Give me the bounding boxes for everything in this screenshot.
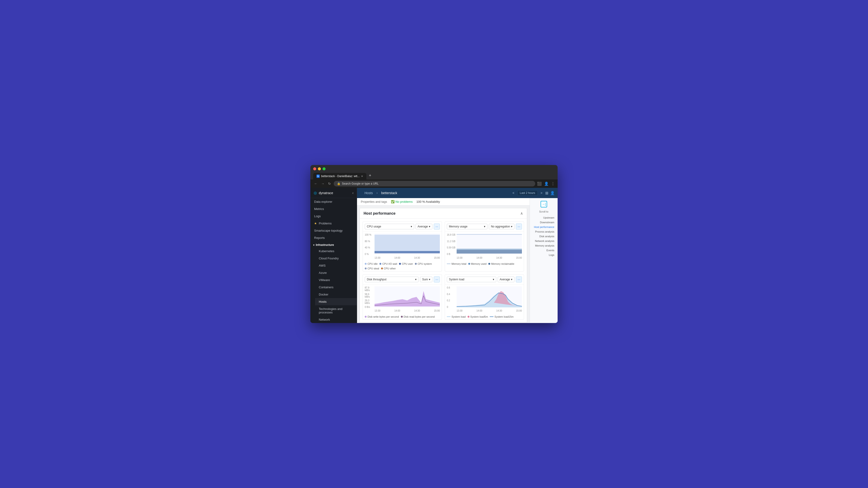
maximize-traffic-light[interactable] (322, 167, 326, 170)
memory-metric-chevron: ▾ (484, 225, 485, 228)
sysload-color (447, 317, 451, 317)
time-range-selector[interactable]: Last 2 hours (517, 190, 538, 196)
disk-agg-chevron: ▾ (429, 278, 430, 281)
sidebar-back-button[interactable]: ‹ (352, 191, 353, 195)
star-icon: ★ (314, 222, 317, 225)
properties-tags-tab[interactable]: Properties and tags (361, 200, 387, 203)
sysload15m-label: System load15m (494, 315, 514, 318)
memory-more-button[interactable]: ··· (516, 224, 522, 230)
refresh-button[interactable]: ↻ (327, 181, 332, 186)
cpu-more-button[interactable]: ··· (434, 224, 440, 230)
scroll-link-disk-analysis[interactable]: Disk analysis (532, 234, 556, 239)
scroll-link-host-performance[interactable]: Host performance (532, 225, 556, 229)
azure-label: Azure (319, 271, 327, 274)
disk-more-button[interactable]: ··· (434, 276, 440, 283)
svg-marker-4 (457, 249, 522, 250)
scroll-link-network-analysis[interactable]: Network analysis (532, 239, 556, 243)
scroll-link-upstream[interactable]: Upstream (532, 215, 556, 220)
sidebar-item-cloud-foundry[interactable]: Cloud Foundry (315, 255, 357, 262)
memory-aggregation-select[interactable]: No aggregation ▾ (489, 224, 515, 229)
disk-read-color (401, 316, 403, 318)
host-performance-nav-label: Host performance (534, 226, 554, 228)
cpu-aggregation-select[interactable]: Average ▾ (415, 224, 432, 229)
top-navigation: Hosts › betterstack < Last 2 hours > ⊞ 👤 (357, 188, 558, 198)
memory-x1: 13:30 (457, 257, 462, 259)
sidebar-item-vmware[interactable]: VMware (315, 276, 357, 284)
scroll-link-memory-analysis[interactable]: Memory analysis (532, 243, 556, 248)
cpu-y3: 80 % (365, 240, 374, 242)
sidebar-item-network[interactable]: Network (315, 316, 357, 323)
extensions-icon[interactable]: ⬛ (537, 182, 542, 186)
sidebar-item-problems[interactable]: ★ Problems (310, 220, 357, 227)
minimize-traffic-light[interactable] (318, 167, 321, 170)
profile-icon[interactable]: 👤 (544, 182, 549, 186)
new-tab-button[interactable]: + (367, 172, 373, 179)
sidebar-section-infrastructure[interactable]: ▾ Infrastructure (310, 241, 357, 248)
cpu-idle-color (365, 263, 367, 265)
forward-button[interactable]: → (320, 181, 325, 186)
sidebar-item-kubernetes[interactable]: Kubernetes (315, 248, 357, 255)
breadcrumb-hosts[interactable]: Hosts (361, 188, 377, 198)
sidebar-item-containers[interactable]: Containers (315, 284, 357, 291)
browser-window: b betterstack - DanielBalaz: wtt... ✕ + … (310, 165, 558, 323)
scroll-link-process-analysis[interactable]: Process analysis (532, 229, 556, 234)
sidebar-item-smartscape[interactable]: Smartscape topology (310, 227, 357, 234)
disk-x-labels: 13:30 14:00 14:30 15:00 (375, 310, 440, 312)
scroll-to-icon[interactable]: →| (540, 201, 547, 207)
scroll-link-logs[interactable]: Logs (532, 253, 556, 257)
sysload-y2: 0.2 (447, 299, 456, 302)
disk-x3: 14:30 (414, 310, 420, 312)
sidebar: ◎ dynatrace ‹ Data explorer Metrics Logs… (310, 188, 357, 323)
cpu-idle-legend: CPU idle (365, 262, 378, 265)
cpu-chart-toolbar: CPU usage ▾ Average ▾ ··· (363, 222, 442, 232)
cpu-y2: 40 % (365, 246, 374, 249)
sidebar-item-aws[interactable]: AWS (315, 262, 357, 269)
vmware-label: VMware (319, 278, 330, 282)
right-panel: →| Scroll to Upstream Downstream Host pe… (530, 198, 558, 323)
cpu-metric-label: CPU usage (367, 225, 381, 228)
disk-read-legend: Disk read bytes per second (401, 315, 435, 318)
sidebar-item-data-explorer[interactable]: Data explorer (310, 198, 357, 205)
sidebar-item-docker[interactable]: Docker (315, 291, 357, 298)
disk-metric-chevron: ▾ (415, 278, 416, 281)
sidebar-item-logs[interactable]: Logs (310, 213, 357, 220)
url-bar[interactable]: 🔒 Search Google or type a URL (334, 181, 535, 187)
cpu-user-color (399, 263, 401, 265)
sidebar-item-azure[interactable]: Azure (315, 269, 357, 276)
sidebar-item-hosts[interactable]: Hosts (315, 298, 357, 305)
sidebar-item-reports[interactable]: Reports (310, 234, 357, 241)
sysload-chart-toolbar: System load ▾ Average ▾ ··· (445, 274, 524, 285)
layout-icon[interactable]: ⊞ (545, 191, 548, 195)
active-tab[interactable]: b betterstack - DanielBalaz: wtt... ✕ (313, 173, 366, 180)
no-problems-label: No problems (396, 200, 413, 203)
sysload5m-legend: System load5m (468, 315, 488, 318)
toolbar-icons: ⬛ 👤 ⋮ (537, 182, 555, 186)
host-performance-collapse-button[interactable]: ∧ (520, 211, 523, 216)
user-icon[interactable]: 👤 (550, 191, 555, 195)
memory-total-color (447, 264, 451, 264)
time-range-label: Last 2 hours (520, 191, 535, 195)
sysload-x3: 14:30 (496, 310, 502, 312)
sysload-metric-select[interactable]: System load ▾ (447, 276, 496, 282)
scroll-link-events[interactable]: Events (532, 248, 556, 253)
memory-metric-select[interactable]: Memory usage ▾ (447, 224, 487, 229)
time-prev-button[interactable]: < (512, 191, 516, 195)
cpu-metric-select[interactable]: CPU usage ▾ (365, 224, 414, 229)
docker-label: Docker (319, 293, 328, 296)
sysload-more-button[interactable]: ··· (516, 276, 522, 283)
check-icon: ✅ (391, 200, 395, 203)
disk-aggregation-select[interactable]: Sum ▾ (420, 276, 432, 282)
sysload-aggregation-select[interactable]: Average ▾ (498, 276, 515, 282)
back-button[interactable]: ← (313, 181, 318, 186)
scroll-link-downstream[interactable]: Downstream (532, 220, 556, 225)
sidebar-item-metrics[interactable]: Metrics (310, 205, 357, 213)
breadcrumb-betterstack[interactable]: betterstack (378, 188, 401, 198)
memory-x3: 14:30 (496, 257, 502, 259)
tab-close-button[interactable]: ✕ (361, 175, 363, 178)
time-next-button[interactable]: > (540, 191, 544, 195)
close-traffic-light[interactable] (313, 167, 316, 170)
menu-icon[interactable]: ⋮ (551, 182, 555, 186)
disk-metric-select[interactable]: Disk throughput ▾ (365, 276, 418, 282)
cpu-chart-body: 100 % 80 % 40 % 0 % (363, 232, 442, 261)
sidebar-item-technologies[interactable]: Technologies and processes (315, 305, 357, 316)
